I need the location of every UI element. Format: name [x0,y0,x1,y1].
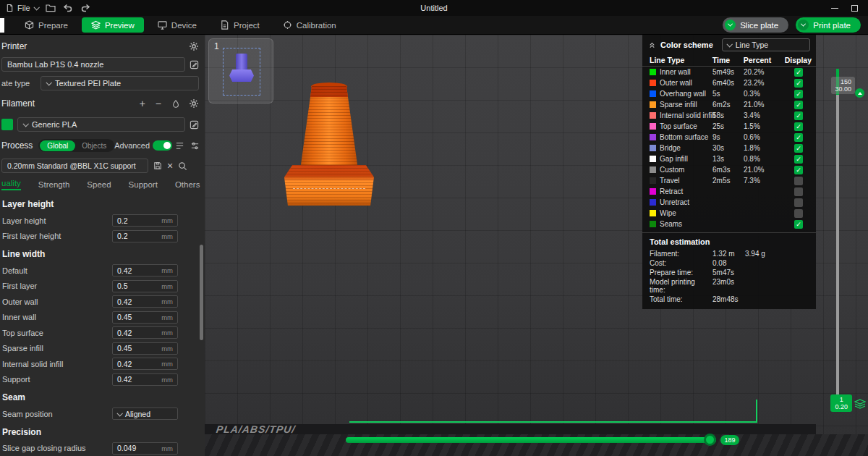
save-preset-icon[interactable] [153,161,162,170]
display-checkbox[interactable]: ✓ [794,133,803,142]
printer-edit-icon[interactable] [190,60,199,69]
param-input[interactable]: 0.049mm [112,442,178,455]
tab-prepare[interactable]: Prepare [15,17,77,33]
slice-options-icon[interactable] [725,20,736,30]
display-checkbox[interactable]: ✓ [794,166,803,174]
tab-others[interactable]: Others [175,180,200,189]
layer-slider-top-handle[interactable] [855,88,864,98]
minimize-icon[interactable] [831,8,838,9]
tab-calibration[interactable]: Calibration [273,17,346,33]
display-checkbox[interactable]: ✓ [794,90,803,98]
sliced-model-bolt[interactable] [284,83,374,206]
display-checkbox[interactable]: ✓ [794,101,803,109]
plate-type-select[interactable]: Textured PEI Plate [41,76,199,90]
display-checkbox[interactable] [794,209,803,218]
collapse-panel-icon[interactable] [648,41,656,48]
calibration-icon [283,20,292,30]
tab-preview[interactable]: Preview [82,17,144,33]
open-folder-icon[interactable] [46,4,56,12]
plate-thumbnail[interactable]: 1 [208,38,273,104]
param-input[interactable]: 0.45mm [112,311,178,324]
layer-slider-track[interactable] [836,69,839,405]
tab-strength[interactable]: Strength [38,180,69,189]
param-select[interactable]: Aligned [112,408,178,420]
maximize-icon[interactable] [851,5,858,12]
flush-volumes-icon[interactable] [171,99,180,109]
filament-color-swatch[interactable] [1,119,13,130]
line-type-time: 2m5s [712,177,744,185]
param-label: Seam position [2,410,53,418]
layer-slider-bottom-badge: 1 0.20 [830,394,852,412]
display-checkbox[interactable]: ✓ [794,68,803,77]
move-slider-handle[interactable] [704,434,716,446]
tab-support[interactable]: Support [129,180,158,189]
display-checkbox[interactable]: ✓ [794,220,803,229]
param-label: Layer height [2,216,46,225]
print-options-icon[interactable] [798,20,809,30]
display-checkbox[interactable]: ✓ [794,122,803,131]
display-checkbox[interactable]: ✓ [794,155,803,164]
param-input[interactable]: 0.42mm [112,373,178,386]
legend-row: Unretract [642,197,816,208]
settings-sidebar: Printer Bambu Lab P1S 0.4 nozzle ate typ… [0,35,205,456]
display-checkbox[interactable] [794,177,803,185]
tab-project[interactable]: Project [210,17,269,33]
param-input[interactable]: 0.5mm [112,280,178,292]
line-type-swatch [650,134,656,140]
param-input[interactable]: 0.2mm [112,214,178,227]
tab-device[interactable]: Device [148,17,206,33]
printer-preset-select[interactable]: Bambu Lab P1S 0.4 nozzle [1,57,185,72]
line-type-name: Custom [660,166,712,174]
process-objects-toggle[interactable]: Objects [75,140,113,151]
advanced-label: Advanced [114,141,150,150]
add-filament-icon[interactable]: + [140,98,145,109]
advanced-toggle[interactable] [153,140,172,151]
line-type-name: Wipe [660,209,712,217]
param-input[interactable]: 0.42mm [112,264,178,276]
tune-params-icon[interactable] [190,141,200,151]
undo-icon[interactable] [63,4,73,12]
move-slider-track[interactable] [346,437,716,443]
process-preset-select[interactable]: 0.20mm Standard @BBL X1C support [1,159,148,173]
param-input[interactable]: 0.2mm [112,230,178,242]
display-checkbox[interactable] [794,198,803,207]
line-type-name: Travel [660,177,712,185]
print-plate-button[interactable]: Print plate [796,17,861,33]
filament-edit-icon[interactable] [190,120,199,130]
display-checkbox[interactable]: ✓ [794,144,803,153]
tab-quality[interactable]: uality [1,179,21,190]
line-type-percent: 7.3% [744,177,774,185]
color-scheme-select[interactable]: Line Type [722,38,810,51]
line-type-name: Retract [660,187,712,195]
filament-settings-gear-icon[interactable] [189,98,199,109]
process-global-toggle[interactable]: Global [40,140,75,151]
sidebar-scrollbar[interactable] [200,245,203,340]
param-input[interactable]: 0.42mm [112,358,178,370]
remove-filament-icon[interactable]: − [156,98,161,109]
display-checkbox[interactable] [794,187,803,196]
param-label: First layer height [2,232,61,240]
param-input[interactable]: 0.42mm [112,295,178,308]
printer-settings-gear-icon[interactable] [189,41,199,51]
param-input[interactable]: 0.42mm [112,326,178,339]
filament-preset-select[interactable]: Generic PLA [17,117,185,132]
plate-type-value: Textured PEI Plate [55,79,121,88]
display-checkbox[interactable]: ✓ [794,111,803,120]
line-type-swatch [650,101,656,108]
estimation-title: Total estimation [642,235,816,249]
document-title: Untitled [0,4,868,12]
delete-preset-icon[interactable]: × [167,161,173,171]
slice-plate-button[interactable]: Slice plate [723,17,788,33]
redo-icon[interactable] [80,4,90,12]
display-checkbox[interactable]: ✓ [794,79,803,88]
line-type-time: 5s [712,90,744,98]
line-type-percent: 21.0% [744,101,774,109]
estimation-row: Model printing time: 23m0s [642,277,816,295]
preview-viewport[interactable]: PLA/ABS/TPU/ 1 [205,35,868,456]
search-icon[interactable] [178,161,187,171]
tab-speed[interactable]: Speed [87,180,111,189]
param-input[interactable]: 0.45mm [112,342,178,355]
layers-icon[interactable] [854,399,866,412]
compare-presets-icon[interactable] [175,141,184,151]
file-menu[interactable]: File [6,4,38,12]
